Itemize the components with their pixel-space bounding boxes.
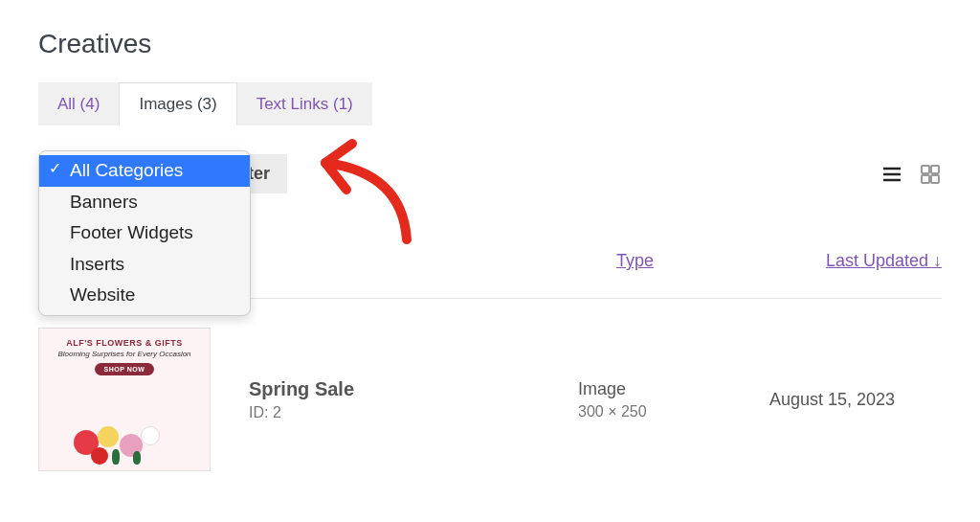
creative-date: August 15, 2023 — [769, 390, 942, 410]
list-view-icon[interactable] — [880, 163, 903, 186]
svg-rect-5 — [922, 175, 929, 183]
dropdown-item-banners[interactable]: Banners — [39, 187, 250, 218]
svg-rect-6 — [931, 175, 939, 183]
svg-rect-3 — [922, 166, 929, 173]
table-row: ALF'S FLOWERS & GIFTS Blooming Surprises… — [38, 328, 942, 471]
thumb-brand: ALF'S FLOWERS & GIFTS — [66, 338, 183, 348]
name-column: Spring Sale ID: 2 — [249, 378, 578, 421]
dropdown-item-inserts[interactable]: Inserts — [39, 249, 250, 281]
creative-type: Image — [578, 379, 769, 399]
thumb-cta: SHOP NOW — [95, 363, 155, 375]
tabs: All (4) Images (3) Text Links (1) — [38, 82, 980, 125]
column-type[interactable]: Type — [616, 251, 654, 271]
page-title: Creatives — [38, 29, 980, 59]
tab-text-links[interactable]: Text Links (1) — [237, 82, 372, 125]
creative-name[interactable]: Spring Sale — [249, 378, 578, 400]
thumb-flowers-illustration — [45, 397, 204, 465]
dropdown-item-all-categories[interactable]: All Categories — [39, 155, 250, 187]
dropdown-item-website[interactable]: Website — [39, 280, 250, 311]
tab-all[interactable]: All (4) — [38, 82, 119, 125]
dropdown-item-footer-widgets[interactable]: Footer Widgets — [39, 217, 250, 249]
grid-view-icon[interactable] — [919, 163, 942, 186]
thumb-tagline: Blooming Surprises for Every Occasion — [57, 350, 190, 359]
creative-id: ID: 2 — [249, 404, 578, 421]
type-column: Image 300 × 250 — [578, 379, 769, 420]
svg-rect-4 — [931, 166, 939, 173]
category-dropdown[interactable]: All Categories Banners Footer Widgets In… — [38, 150, 251, 316]
tab-images[interactable]: Images (3) — [119, 82, 236, 125]
filter-row: All Categories Banners Footer Widgets In… — [38, 154, 942, 193]
view-toggles — [880, 163, 942, 186]
creative-thumbnail[interactable]: ALF'S FLOWERS & GIFTS Blooming Surprises… — [38, 328, 211, 471]
column-last-updated[interactable]: Last Updated — [826, 251, 942, 271]
creative-dimensions: 300 × 250 — [578, 403, 769, 420]
